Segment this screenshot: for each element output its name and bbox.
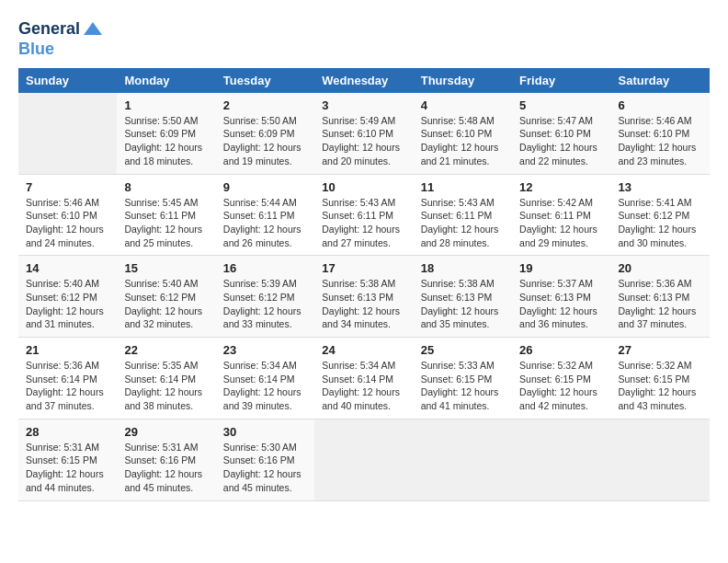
day-info: Sunrise: 5:34 AMSunset: 6:14 PMDaylight:… — [322, 359, 405, 413]
day-info: Sunrise: 5:35 AMSunset: 6:14 PMDaylight:… — [124, 359, 208, 413]
header-saturday: Saturday — [611, 68, 710, 93]
day-number: 9 — [223, 180, 307, 194]
day-number: 28 — [26, 425, 109, 439]
day-info: Sunrise: 5:50 AMSunset: 6:09 PMDaylight:… — [223, 114, 307, 168]
day-number: 30 — [223, 425, 307, 439]
day-cell — [611, 419, 710, 500]
day-cell: 5Sunrise: 5:47 AMSunset: 6:10 PMDaylight… — [512, 93, 610, 174]
day-info: Sunrise: 5:48 AMSunset: 6:10 PMDaylight:… — [421, 114, 505, 168]
day-cell: 25Sunrise: 5:33 AMSunset: 6:15 PMDayligh… — [414, 338, 512, 419]
day-number: 13 — [619, 180, 702, 194]
day-cell — [18, 93, 117, 174]
day-cell: 17Sunrise: 5:38 AMSunset: 6:13 PMDayligh… — [314, 256, 413, 338]
day-number: 5 — [519, 98, 603, 112]
day-number: 24 — [322, 343, 405, 357]
day-cell: 29Sunrise: 5:31 AMSunset: 6:16 PMDayligh… — [117, 419, 215, 500]
day-cell: 28Sunrise: 5:31 AMSunset: 6:15 PMDayligh… — [18, 419, 117, 500]
header-monday: Monday — [117, 68, 215, 93]
day-cell: 22Sunrise: 5:35 AMSunset: 6:14 PMDayligh… — [117, 338, 215, 419]
day-cell: 27Sunrise: 5:32 AMSunset: 6:15 PMDayligh… — [611, 338, 710, 419]
day-number: 23 — [223, 343, 307, 357]
day-number: 7 — [26, 180, 109, 194]
day-number: 6 — [619, 98, 702, 112]
day-info: Sunrise: 5:44 AMSunset: 6:11 PMDaylight:… — [223, 196, 307, 250]
day-number: 15 — [124, 261, 208, 275]
day-info: Sunrise: 5:31 AMSunset: 6:16 PMDaylight:… — [124, 441, 208, 495]
svg-marker-0 — [84, 22, 102, 35]
week-row-3: 14Sunrise: 5:40 AMSunset: 6:12 PMDayligh… — [18, 256, 710, 338]
day-cell — [414, 419, 512, 500]
day-cell: 3Sunrise: 5:49 AMSunset: 6:10 PMDaylight… — [314, 93, 413, 174]
day-info: Sunrise: 5:50 AMSunset: 6:09 PMDaylight:… — [124, 114, 208, 168]
day-number: 25 — [421, 343, 505, 357]
day-info: Sunrise: 5:40 AMSunset: 6:12 PMDaylight:… — [26, 277, 109, 331]
day-info: Sunrise: 5:41 AMSunset: 6:12 PMDaylight:… — [619, 196, 702, 250]
header-sunday: Sunday — [18, 68, 117, 93]
logo-icon — [82, 18, 104, 40]
day-number: 8 — [124, 180, 208, 194]
day-cell — [512, 419, 610, 500]
day-cell: 26Sunrise: 5:32 AMSunset: 6:15 PMDayligh… — [512, 338, 610, 419]
day-cell: 20Sunrise: 5:36 AMSunset: 6:13 PMDayligh… — [611, 256, 710, 338]
day-number: 18 — [421, 261, 505, 275]
day-info: Sunrise: 5:39 AMSunset: 6:12 PMDaylight:… — [223, 277, 307, 331]
calendar-table: SundayMondayTuesdayWednesdayThursdayFrid… — [18, 68, 710, 501]
day-number: 11 — [421, 180, 505, 194]
day-cell — [314, 419, 413, 500]
day-info: Sunrise: 5:36 AMSunset: 6:13 PMDaylight:… — [619, 277, 702, 331]
day-cell: 1Sunrise: 5:50 AMSunset: 6:09 PMDaylight… — [117, 93, 215, 174]
header-thursday: Thursday — [414, 68, 512, 93]
logo-text: General Blue — [18, 18, 104, 59]
day-cell: 10Sunrise: 5:43 AMSunset: 6:11 PMDayligh… — [314, 174, 413, 256]
day-number: 22 — [124, 343, 208, 357]
day-cell: 23Sunrise: 5:34 AMSunset: 6:14 PMDayligh… — [216, 338, 314, 419]
day-cell: 14Sunrise: 5:40 AMSunset: 6:12 PMDayligh… — [18, 256, 117, 338]
day-info: Sunrise: 5:33 AMSunset: 6:15 PMDaylight:… — [421, 359, 505, 413]
day-info: Sunrise: 5:47 AMSunset: 6:10 PMDaylight:… — [519, 114, 603, 168]
header-friday: Friday — [512, 68, 610, 93]
day-number: 3 — [322, 98, 405, 112]
day-info: Sunrise: 5:32 AMSunset: 6:15 PMDaylight:… — [519, 359, 603, 413]
day-info: Sunrise: 5:31 AMSunset: 6:15 PMDaylight:… — [26, 441, 109, 495]
day-info: Sunrise: 5:46 AMSunset: 6:10 PMDaylight:… — [619, 114, 702, 168]
day-info: Sunrise: 5:43 AMSunset: 6:11 PMDaylight:… — [421, 196, 505, 250]
day-info: Sunrise: 5:36 AMSunset: 6:14 PMDaylight:… — [26, 359, 109, 413]
day-cell: 16Sunrise: 5:39 AMSunset: 6:12 PMDayligh… — [216, 256, 314, 338]
day-cell: 12Sunrise: 5:42 AMSunset: 6:11 PMDayligh… — [512, 174, 610, 256]
day-number: 20 — [619, 261, 702, 275]
day-info: Sunrise: 5:40 AMSunset: 6:12 PMDaylight:… — [124, 277, 208, 331]
day-cell: 13Sunrise: 5:41 AMSunset: 6:12 PMDayligh… — [611, 174, 710, 256]
day-info: Sunrise: 5:45 AMSunset: 6:11 PMDaylight:… — [124, 196, 208, 250]
day-cell: 11Sunrise: 5:43 AMSunset: 6:11 PMDayligh… — [414, 174, 512, 256]
day-cell: 2Sunrise: 5:50 AMSunset: 6:09 PMDaylight… — [216, 93, 314, 174]
day-info: Sunrise: 5:42 AMSunset: 6:11 PMDaylight:… — [519, 196, 603, 250]
day-number: 12 — [519, 180, 603, 194]
day-info: Sunrise: 5:49 AMSunset: 6:10 PMDaylight:… — [322, 114, 405, 168]
day-number: 2 — [223, 98, 307, 112]
day-number: 16 — [223, 261, 307, 275]
day-cell: 8Sunrise: 5:45 AMSunset: 6:11 PMDaylight… — [117, 174, 215, 256]
day-cell: 9Sunrise: 5:44 AMSunset: 6:11 PMDaylight… — [216, 174, 314, 256]
day-cell: 19Sunrise: 5:37 AMSunset: 6:13 PMDayligh… — [512, 256, 610, 338]
header-tuesday: Tuesday — [216, 68, 314, 93]
day-number: 1 — [124, 98, 208, 112]
day-number: 26 — [519, 343, 603, 357]
day-number: 10 — [322, 180, 405, 194]
day-info: Sunrise: 5:43 AMSunset: 6:11 PMDaylight:… — [322, 196, 405, 250]
calendar-header-row: SundayMondayTuesdayWednesdayThursdayFrid… — [18, 68, 710, 93]
day-info: Sunrise: 5:32 AMSunset: 6:15 PMDaylight:… — [619, 359, 702, 413]
day-info: Sunrise: 5:30 AMSunset: 6:16 PMDaylight:… — [223, 441, 307, 495]
day-cell: 24Sunrise: 5:34 AMSunset: 6:14 PMDayligh… — [314, 338, 413, 419]
day-number: 29 — [124, 425, 208, 439]
logo: General Blue — [18, 18, 104, 59]
header-wednesday: Wednesday — [314, 68, 413, 93]
day-number: 4 — [421, 98, 505, 112]
day-cell: 7Sunrise: 5:46 AMSunset: 6:10 PMDaylight… — [18, 174, 117, 256]
day-cell: 6Sunrise: 5:46 AMSunset: 6:10 PMDaylight… — [611, 93, 710, 174]
day-cell: 21Sunrise: 5:36 AMSunset: 6:14 PMDayligh… — [18, 338, 117, 419]
day-cell: 30Sunrise: 5:30 AMSunset: 6:16 PMDayligh… — [216, 419, 314, 500]
week-row-4: 21Sunrise: 5:36 AMSunset: 6:14 PMDayligh… — [18, 338, 710, 419]
page-header: General Blue — [18, 18, 710, 59]
week-row-1: 1Sunrise: 5:50 AMSunset: 6:09 PMDaylight… — [18, 93, 710, 174]
day-cell: 15Sunrise: 5:40 AMSunset: 6:12 PMDayligh… — [117, 256, 215, 338]
